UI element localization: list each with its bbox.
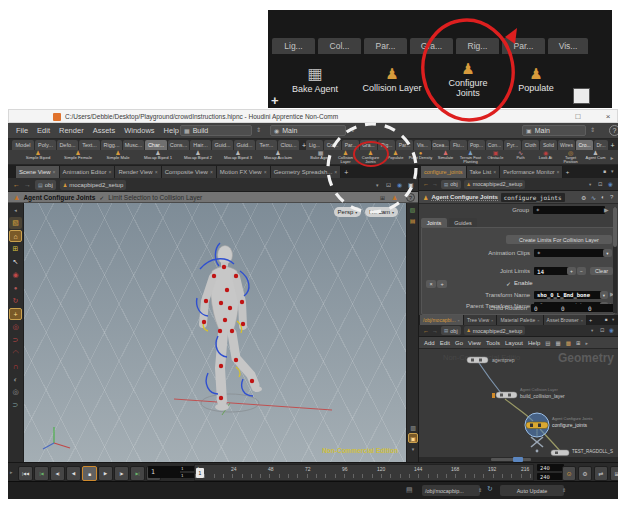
link-icon[interactable]: ◉ — [609, 327, 614, 333]
folder-tab-guides[interactable]: Guides — [449, 218, 477, 227]
frame-view-icon[interactable]: ⊞ — [9, 243, 22, 255]
pane-tab-geometry-spreadsheet[interactable]: Geometry Spreadsh...× — [271, 166, 342, 178]
subframe-field-2[interactable]: 1 — [178, 473, 195, 478]
persp-selector[interactable]: Persp▾ — [334, 207, 362, 217]
play-button[interactable]: ▶ — [98, 466, 113, 481]
update-mode-spinner[interactable]: ⇕ — [562, 487, 566, 493]
rotate-tool-icon[interactable]: ↻ — [9, 295, 22, 307]
shelf-tab-muscles[interactable]: Musc... — [123, 140, 144, 150]
collapse-strip-icon[interactable]: ◂ — [9, 204, 22, 216]
close-icon[interactable]: × — [581, 318, 583, 323]
tool-simple-biped[interactable]: ♟Simple Biped — [18, 150, 58, 165]
tool-look-at[interactable]: ◉Look At — [533, 150, 558, 165]
path-dropdown-icon[interactable]: ▾ — [376, 182, 379, 188]
param-help-icon[interactable]: ? — [610, 194, 613, 200]
network-menu-tools[interactable]: Tools — [486, 340, 500, 346]
message-log-icon[interactable]: ▤ — [406, 486, 413, 494]
display-options-icon-2[interactable]: ▤ — [408, 215, 418, 225]
shelf-tab-rigid[interactable]: Rig... — [378, 140, 395, 150]
transform-name-menu[interactable]: ▾ — [600, 291, 608, 299]
end-frame-field-2[interactable]: 240 — [537, 473, 564, 480]
shelf-tab-oceans[interactable]: Ocea... — [432, 140, 449, 150]
main-spinner[interactable]: ⇕ — [350, 126, 355, 133]
inset-tab-collisions[interactable]: Col... — [318, 38, 361, 54]
close-icon[interactable]: × — [53, 169, 56, 175]
close-icon[interactable]: × — [493, 169, 496, 175]
shelf-tab-viscous[interactable]: Vis... — [414, 140, 431, 150]
child-rotation-x[interactable]: 0 — [531, 304, 561, 312]
node-build-collision-layer[interactable] — [492, 392, 517, 398]
create-limits-button[interactable]: Create Limits For Collision Layer — [506, 235, 612, 244]
hand-tool-icon[interactable]: ⊃ — [9, 399, 22, 411]
pin-icon[interactable]: ⊡ — [386, 181, 391, 188]
pane-maximize-icon[interactable]: ■ — [603, 168, 606, 174]
view-mode-icon[interactable]: ◐ — [9, 373, 22, 385]
close-icon[interactable]: × — [557, 169, 560, 175]
path-node-chip[interactable]: ♟mocapbiped2_setup — [60, 180, 127, 190]
gear-icon[interactable]: ⚙ — [581, 194, 586, 201]
multiparm-add-button[interactable]: + — [437, 280, 447, 288]
pane-maximize-icon[interactable]: ■ — [605, 317, 608, 322]
shelf-tab-collisions[interactable]: Col... — [324, 140, 341, 150]
desktop-selector[interactable]: ▦ Build — [180, 125, 252, 136]
menu-render[interactable]: Render — [59, 126, 84, 135]
inset-tab-viscous[interactable]: Vis... — [548, 38, 588, 54]
close-icon[interactable]: × — [491, 318, 493, 323]
view-tool-icon[interactable]: ▧ — [9, 217, 22, 229]
tool-mocap-biped-1[interactable]: ♟Mocap Biped 1 — [138, 150, 178, 165]
group-ladder-icon[interactable]: ▶ — [604, 206, 609, 213]
path-root-chip[interactable]: ▤obj — [441, 180, 461, 189]
menu-windows[interactable]: Windows — [124, 126, 154, 135]
end-frame-field[interactable]: 240 — [537, 464, 564, 471]
right-main-selector[interactable]: ▣ Main — [522, 125, 586, 136]
network-menu-help[interactable]: Help — [528, 340, 540, 346]
link-icon[interactable]: ◉ — [608, 181, 613, 187]
shelf-tab-solid[interactable]: Solid — [540, 140, 557, 150]
tool-simulate[interactable]: ♟Simulate — [433, 150, 458, 165]
network-menu-layout[interactable]: Layout — [505, 340, 523, 346]
node-configure-joints[interactable] — [526, 422, 548, 429]
shelf-tab-deform[interactable]: Defo... — [57, 140, 78, 150]
path-dropdown-icon[interactable]: ▾ — [591, 328, 593, 333]
update-mode-chip[interactable]: Auto Update — [500, 485, 564, 496]
stop-button[interactable]: ■ — [82, 466, 97, 481]
tool-obstacle[interactable]: ▣Obstacle — [483, 150, 508, 165]
tool-paint-density[interactable]: ●Paint Density — [408, 150, 433, 165]
shelf-tab-clouds[interactable]: Clou... — [278, 140, 299, 150]
select-tool-icon[interactable]: ↖ — [9, 256, 22, 268]
inset-tab-grains[interactable]: Gra... — [410, 38, 453, 54]
home-view-icon[interactable]: ⌂ — [9, 230, 22, 242]
close-icon[interactable]: × — [537, 318, 539, 323]
play-reverse-button[interactable]: ◀ — [66, 466, 81, 481]
current-frame-field[interactable]: 1 — [148, 466, 180, 478]
pane-tab-material-palette[interactable]: Material Palette× — [497, 315, 543, 325]
enable-checkbox[interactable]: ✓ — [506, 280, 511, 287]
playhead[interactable]: 1 — [196, 468, 204, 478]
inset-tab-lights[interactable]: Lig... — [272, 38, 315, 54]
shelf-add-tab-icon-right[interactable]: + — [609, 142, 616, 149]
shelf-tab-rigging[interactable]: Rigg... — [101, 140, 122, 150]
pane-tab-performance-monitor[interactable]: Performance Monitor× — [500, 166, 563, 178]
clear-button[interactable]: Clear — [590, 267, 613, 275]
menu-assets[interactable]: Assets — [93, 126, 116, 135]
node-agentprep[interactable] — [467, 357, 488, 363]
inset-tool-collision-layer[interactable]: ♟ Collision Layer — [352, 57, 432, 103]
shelf-tab-populate[interactable]: Pop... — [468, 140, 485, 150]
network-canvas[interactable]: Non-Commercial Editio Geometry — [419, 349, 618, 457]
globe-icon[interactable]: ◎ — [9, 386, 22, 398]
network-menu-add[interactable]: Add — [424, 340, 435, 346]
network-menu-view[interactable]: View — [468, 340, 481, 346]
next-frame-button[interactable]: |▶ — [114, 466, 129, 481]
path-node-chip[interactable]: ♟mocapbiped2_setup — [464, 326, 526, 335]
next-keyframe-button[interactable]: ▶| — [130, 466, 145, 481]
tool-mocap-biped-3[interactable]: ♟Mocap Biped 3 — [218, 150, 258, 165]
pin-icon[interactable]: ⊡ — [598, 181, 603, 187]
close-icon[interactable]: × — [210, 169, 213, 175]
shelf-tab-characters[interactable]: Char... — [145, 140, 167, 150]
network-menu-go[interactable]: Go — [455, 340, 463, 346]
link-icon[interactable]: ◉ — [397, 181, 402, 188]
desktop-spinner[interactable]: ⇕ — [256, 126, 261, 133]
right-main-spinner[interactable]: ⇕ — [590, 126, 595, 133]
shelf-tab-guides2[interactable]: Guid... — [234, 140, 255, 150]
group-field[interactable]: * — [533, 206, 605, 214]
